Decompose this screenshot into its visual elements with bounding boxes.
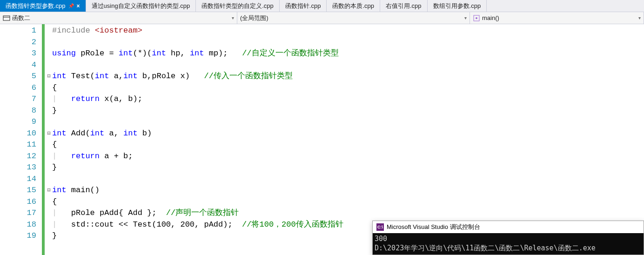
fold-empty xyxy=(46,230,52,242)
svg-rect-0 xyxy=(3,16,10,20)
line-number: 14 xyxy=(0,174,36,185)
fold-empty xyxy=(46,105,52,117)
code-line[interactable]: | return x(a, b); xyxy=(52,94,644,105)
chevron-down-icon: ▾ xyxy=(464,15,467,20)
line-number: 17 xyxy=(0,208,36,219)
tab-file-5[interactable]: 右值引用.cpp xyxy=(380,0,428,12)
tab-label: 数组引用参数.cpp xyxy=(433,2,481,10)
line-number: 5 xyxy=(0,71,36,82)
fold-empty xyxy=(46,60,52,71)
line-number: 12 xyxy=(0,151,36,162)
fold-empty xyxy=(46,116,52,128)
tab-label: 右值引用.cpp xyxy=(386,2,422,10)
line-number: 19 xyxy=(0,230,36,242)
fold-empty xyxy=(46,151,52,162)
project-icon xyxy=(3,14,10,22)
fold-empty xyxy=(46,219,52,231)
svg-point-3 xyxy=(476,17,477,19)
method-icon xyxy=(473,14,480,22)
console-output[interactable]: 300 D:\2023年学习\逆向\代码\11函数二\函数二\Release\函… xyxy=(373,233,644,255)
console-title-text: Microsoft Visual Studio 调试控制台 xyxy=(387,223,480,231)
code-line[interactable]: #include <iostream> xyxy=(52,25,644,37)
code-line[interactable] xyxy=(52,37,644,48)
chevron-down-icon: ▾ xyxy=(232,15,234,20)
code-line[interactable]: } xyxy=(52,162,644,174)
tab-label: 函数指针类型的自定义.cpp xyxy=(201,2,274,10)
tab-file-2[interactable]: 函数指针类型的自定义.cpp xyxy=(196,0,280,12)
debug-console-window[interactable]: C:\ Microsoft Visual Studio 调试控制台 300 D:… xyxy=(372,221,644,255)
code-line[interactable]: int Test(int a,int b,pRole x) //传入一个函数指针… xyxy=(52,71,644,82)
line-number: 3 xyxy=(0,48,36,60)
fold-empty xyxy=(46,196,52,208)
tab-file-0[interactable]: 函数指针类型参数.cpp📌× xyxy=(0,0,86,12)
code-line[interactable]: using pRole = int(*)(int hp, int mp); //… xyxy=(52,48,644,60)
line-number-gutter: 12345678910111213141516171819 xyxy=(0,24,42,255)
tab-file-4[interactable]: 函数的本质.cpp xyxy=(327,0,380,12)
fold-empty xyxy=(46,139,52,151)
tab-bar: 函数指针类型参数.cpp📌×通过using自定义函数指针的类型.cpp函数指针类… xyxy=(0,0,644,12)
scope-dropdown[interactable]: (全局范围) ▾ xyxy=(237,12,470,24)
code-line[interactable] xyxy=(52,174,644,185)
code-line[interactable]: | return a + b; xyxy=(52,151,644,162)
fold-empty xyxy=(46,162,52,174)
fold-toggle[interactable]: ⊟ xyxy=(46,71,52,82)
line-number: 7 xyxy=(0,94,36,105)
line-number: 9 xyxy=(0,116,36,128)
tab-label: 通过using自定义函数指针的类型.cpp xyxy=(92,2,190,10)
fold-empty xyxy=(46,174,52,185)
line-number: 10 xyxy=(0,128,36,140)
code-line[interactable] xyxy=(52,116,644,128)
chevron-down-icon: ▾ xyxy=(638,15,641,20)
line-number: 4 xyxy=(0,60,36,71)
tab-file-1[interactable]: 通过using自定义函数指针的类型.cpp xyxy=(86,0,196,12)
line-number: 16 xyxy=(0,196,36,208)
code-line[interactable]: int Add(int a, int b) xyxy=(52,128,644,140)
project-label: 函数二 xyxy=(12,14,30,22)
code-line[interactable]: { xyxy=(52,196,644,208)
fold-gutter[interactable]: ⊟⊟⊟ xyxy=(46,24,52,255)
pin-icon[interactable]: 📌 xyxy=(68,3,74,8)
line-number: 6 xyxy=(0,82,36,94)
line-number: 2 xyxy=(0,37,36,48)
fold-empty xyxy=(46,82,52,94)
fold-empty xyxy=(46,48,52,60)
tab-file-6[interactable]: 数组引用参数.cpp xyxy=(428,0,487,12)
code-line[interactable]: int main() xyxy=(52,185,644,196)
fold-empty xyxy=(46,94,52,105)
code-line[interactable]: { xyxy=(52,139,644,151)
line-number: 13 xyxy=(0,162,36,174)
project-dropdown[interactable]: 函数二 ▾ xyxy=(0,12,237,24)
code-line[interactable]: } xyxy=(52,105,644,117)
change-indicator-bar xyxy=(42,24,45,255)
line-number: 15 xyxy=(0,185,36,196)
close-icon[interactable]: × xyxy=(77,3,80,9)
member-dropdown[interactable]: main() ▾ xyxy=(470,12,644,24)
tab-label: 函数指针.cpp xyxy=(285,2,321,10)
tab-file-3[interactable]: 函数指针.cpp xyxy=(280,0,327,12)
fold-empty xyxy=(46,37,52,48)
tab-label: 函数的本质.cpp xyxy=(332,2,374,10)
fold-toggle[interactable]: ⊟ xyxy=(46,128,52,140)
fold-empty xyxy=(46,208,52,219)
line-number: 18 xyxy=(0,219,36,231)
vs-logo-icon: C:\ xyxy=(376,223,384,231)
line-number: 8 xyxy=(0,105,36,117)
code-line[interactable] xyxy=(52,60,644,71)
tab-label: 函数指针类型参数.cpp xyxy=(6,2,66,10)
console-titlebar[interactable]: C:\ Microsoft Visual Studio 调试控制台 xyxy=(373,221,644,233)
fold-toggle[interactable]: ⊟ xyxy=(46,185,52,196)
fold-empty xyxy=(46,25,52,37)
code-line[interactable]: | pRole pAdd{ Add }; //声明一个函数指针 xyxy=(52,208,644,219)
navigation-bar: 函数二 ▾ (全局范围) ▾ main() ▾ xyxy=(0,12,644,24)
code-line[interactable]: { xyxy=(52,82,644,94)
line-number: 11 xyxy=(0,139,36,151)
scope-label: (全局范围) xyxy=(240,14,268,22)
member-label: main() xyxy=(482,14,499,21)
line-number: 1 xyxy=(0,25,36,37)
